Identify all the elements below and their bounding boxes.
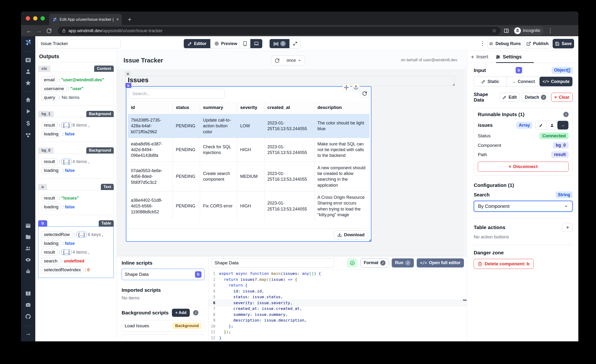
debug-runs-button[interactable]: Debug Runs bbox=[487, 39, 522, 48]
sidebar-item-runs[interactable] bbox=[25, 108, 31, 114]
side-panel-icon[interactable] bbox=[504, 28, 509, 33]
output-key[interactable]: selectedRowIndex bbox=[41, 267, 83, 273]
mobile-view-button[interactable] bbox=[240, 39, 250, 48]
table-column-header[interactable]: id bbox=[128, 101, 173, 114]
sidebar-item-audit-logs[interactable] bbox=[25, 257, 31, 263]
output-card-tab[interactable]: bg_0 bbox=[38, 147, 54, 154]
fullscreen-icon[interactable] bbox=[290, 39, 301, 48]
run-button[interactable]: Run i bbox=[392, 258, 414, 267]
expand-pill[interactable]: [...] bbox=[61, 249, 71, 255]
minimize-window-button[interactable] bbox=[33, 16, 37, 21]
hide-panels-button[interactable]: |o| i bbox=[270, 39, 290, 48]
output-key[interactable]: query bbox=[41, 94, 58, 101]
background-script-item[interactable] bbox=[122, 334, 205, 338]
sidebar-item-groups[interactable] bbox=[25, 245, 31, 252]
forward-icon[interactable]: → bbox=[36, 27, 42, 34]
static-icon-button[interactable] bbox=[536, 121, 546, 129]
text-component-tag[interactable]: a bbox=[125, 71, 131, 76]
expand-pill[interactable]: [...] bbox=[61, 159, 71, 164]
table-column-header[interactable]: status bbox=[173, 101, 200, 114]
sidebar-item-apps[interactable] bbox=[25, 57, 31, 63]
add-background-script-button[interactable]: + Add bbox=[172, 309, 190, 317]
sidebar-expand-icon[interactable]: → bbox=[25, 330, 31, 337]
sidebar-item-resources[interactable] bbox=[25, 132, 31, 139]
output-card-tab[interactable]: bg_1 bbox=[38, 111, 54, 117]
output-key[interactable]: loading bbox=[41, 204, 61, 210]
output-key[interactable]: result bbox=[41, 249, 58, 256]
output-key[interactable]: loading bbox=[41, 167, 61, 174]
disconnect-button[interactable]: × Disconnect bbox=[478, 162, 569, 172]
expand-pill[interactable]: {...} bbox=[76, 232, 87, 238]
table-search-input[interactable] bbox=[129, 89, 224, 99]
add-action-button[interactable]: + bbox=[563, 223, 573, 232]
anchor-icon[interactable] bbox=[352, 83, 360, 91]
table-refresh-icon[interactable] bbox=[360, 89, 369, 98]
connect-icon-button[interactable]: → bbox=[557, 121, 568, 129]
move-icon[interactable] bbox=[343, 83, 350, 91]
output-key[interactable]: search bbox=[41, 258, 60, 264]
table-component-tag[interactable]: b bbox=[125, 83, 131, 88]
sidebar-item-user[interactable] bbox=[25, 68, 31, 74]
static-mode-button[interactable]: Static bbox=[474, 77, 507, 86]
inline-script-item[interactable]: Shape Data b bbox=[122, 269, 205, 280]
code-editor[interactable]: 1export async function main(issues: any[… bbox=[209, 270, 467, 341]
output-key[interactable]: result bbox=[41, 158, 58, 165]
browser-menu-icon[interactable]: ⋮ bbox=[547, 27, 553, 34]
resize-handle[interactable] bbox=[369, 239, 371, 241]
output-card-tab[interactable]: ctx bbox=[38, 66, 50, 72]
docs-icon[interactable] bbox=[25, 290, 31, 297]
text-component[interactable] bbox=[125, 76, 454, 86]
table-row[interactable]: 07da0553-4e6e-4d56-8ded-5fd0f7d5c3c2PEND… bbox=[128, 162, 370, 191]
output-card-tab[interactable]: a bbox=[38, 184, 47, 190]
table-row[interactable]: 794208f5-2735-428a-b4af-b071ff0a2962PEND… bbox=[128, 114, 370, 138]
close-window-button[interactable] bbox=[26, 16, 30, 21]
sidebar-item-favorites[interactable] bbox=[25, 80, 31, 86]
sidebar-item-folders[interactable] bbox=[25, 234, 31, 240]
resize-handle[interactable] bbox=[452, 83, 455, 86]
open-full-editor-button[interactable]: </> Open full editor bbox=[417, 258, 464, 267]
table-row[interactable]: a36e4402-51d8-4d15-b566-119088b8cb52PEND… bbox=[128, 191, 370, 221]
sidebar-item-home[interactable] bbox=[25, 97, 31, 103]
search-mode-select[interactable]: By Component bbox=[474, 201, 573, 212]
desktop-view-button[interactable] bbox=[250, 39, 262, 48]
new-tab-button[interactable]: + bbox=[128, 15, 131, 24]
table-column-header[interactable]: severity bbox=[237, 101, 264, 114]
preview-mode-button[interactable]: Preview bbox=[210, 39, 241, 48]
delete-component-button[interactable]: Delete component: b bbox=[474, 259, 534, 269]
output-card-tab[interactable]: b bbox=[38, 220, 47, 226]
compute-mode-button[interactable]: </> Compute bbox=[539, 77, 572, 86]
sidebar-item-workers[interactable] bbox=[25, 268, 31, 274]
user-icon-button[interactable] bbox=[546, 121, 557, 129]
background-script-item[interactable]: Load Issues Background bbox=[122, 320, 205, 332]
browser-tab[interactable]: Edit App u/user/issue-tracker | × bbox=[49, 14, 122, 25]
format-button[interactable]: Format i bbox=[360, 258, 389, 267]
table-column-header[interactable]: description bbox=[314, 101, 370, 114]
table-component[interactable]: idstatussummaryseveritycreated_atdescrip… bbox=[126, 86, 372, 242]
expand-pill[interactable]: [...] bbox=[61, 122, 71, 128]
connect-mode-button[interactable]: → Connect bbox=[507, 77, 539, 86]
github-icon[interactable] bbox=[25, 313, 31, 320]
download-button[interactable]: Download bbox=[334, 230, 368, 240]
table-column-header[interactable]: created_at bbox=[264, 101, 314, 114]
reload-icon[interactable] bbox=[46, 28, 52, 33]
zoom-window-button[interactable] bbox=[41, 16, 45, 21]
detach-button[interactable]: Detach i bbox=[522, 93, 549, 102]
back-icon[interactable]: ← bbox=[26, 27, 32, 34]
canvas-refresh-icon[interactable] bbox=[271, 56, 283, 65]
edit-button[interactable]: Edit bbox=[499, 93, 520, 102]
output-key[interactable]: username bbox=[41, 85, 67, 92]
script-name-input[interactable] bbox=[211, 258, 334, 268]
table-column-header[interactable]: summary bbox=[200, 101, 237, 114]
output-key[interactable]: result bbox=[41, 122, 58, 128]
schedule-dropdown[interactable]: once bbox=[283, 56, 305, 65]
sidebar-item-schedules[interactable] bbox=[25, 223, 31, 229]
output-key[interactable]: loading bbox=[41, 131, 61, 137]
save-button[interactable]: Save bbox=[553, 39, 574, 48]
output-key[interactable]: loading bbox=[41, 240, 61, 247]
url-bar[interactable]: app.windmill.dev/apps/edit/u/user/issue-… bbox=[58, 27, 500, 35]
tab-insert[interactable]: + Insert bbox=[471, 54, 488, 59]
sidebar-item-variables[interactable]: $ bbox=[26, 120, 30, 127]
windmill-logo-icon[interactable] bbox=[24, 39, 32, 46]
more-options-icon[interactable]: ⋮ bbox=[480, 40, 485, 47]
editor-mode-button[interactable]: Editor bbox=[184, 39, 210, 48]
